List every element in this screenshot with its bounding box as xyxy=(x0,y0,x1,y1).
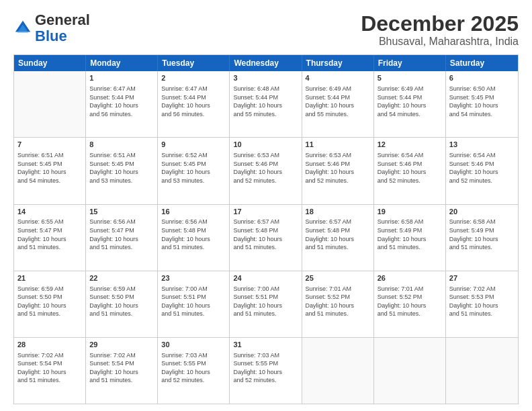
day-number: 16 xyxy=(161,207,226,217)
logo-icon xyxy=(13,19,32,38)
cell-text: Sunrise: 6:59 AM Sunset: 5:50 PM Dayligh… xyxy=(17,285,82,318)
calendar-cell: 21Sunrise: 6:59 AM Sunset: 5:50 PM Dayli… xyxy=(14,271,86,337)
calendar-cell: 13Sunrise: 6:54 AM Sunset: 5:46 PM Dayli… xyxy=(446,138,518,203)
day-number: 2 xyxy=(161,73,226,83)
cell-text: Sunrise: 6:49 AM Sunset: 5:44 PM Dayligh… xyxy=(306,85,370,118)
cell-text: Sunrise: 6:57 AM Sunset: 5:48 PM Dayligh… xyxy=(306,218,370,251)
calendar-cell: 18Sunrise: 6:57 AM Sunset: 5:48 PM Dayli… xyxy=(302,205,374,271)
calendar-cell: 7Sunrise: 6:51 AM Sunset: 5:45 PM Daylig… xyxy=(14,138,86,203)
calendar-body: 1Sunrise: 6:47 AM Sunset: 5:44 PM Daylig… xyxy=(14,71,518,404)
day-number: 24 xyxy=(233,273,298,283)
calendar-cell xyxy=(446,338,518,404)
cell-text: Sunrise: 7:00 AM Sunset: 5:51 PM Dayligh… xyxy=(161,285,226,318)
day-number: 20 xyxy=(449,207,515,217)
day-number: 12 xyxy=(378,140,442,150)
day-number: 28 xyxy=(17,340,82,350)
cell-text: Sunrise: 6:58 AM Sunset: 5:49 PM Dayligh… xyxy=(449,218,515,251)
day-number: 21 xyxy=(17,273,82,283)
calendar-cell: 17Sunrise: 6:57 AM Sunset: 5:48 PM Dayli… xyxy=(230,205,302,271)
page: General Blue December 2025 Bhusaval, Mah… xyxy=(0,0,532,411)
calendar-cell: 5Sunrise: 6:49 AM Sunset: 5:44 PM Daylig… xyxy=(374,71,446,137)
calendar-cell: 15Sunrise: 6:56 AM Sunset: 5:47 PM Dayli… xyxy=(86,205,158,271)
cell-text: Sunrise: 6:47 AM Sunset: 5:44 PM Dayligh… xyxy=(161,85,226,118)
calendar-cell: 27Sunrise: 7:02 AM Sunset: 5:53 PM Dayli… xyxy=(446,271,518,337)
cell-text: Sunrise: 6:48 AM Sunset: 5:44 PM Dayligh… xyxy=(233,85,298,118)
day-number: 5 xyxy=(378,73,442,83)
day-number: 17 xyxy=(233,207,298,217)
calendar-cell: 22Sunrise: 6:59 AM Sunset: 5:50 PM Dayli… xyxy=(86,271,158,337)
calendar-cell: 11Sunrise: 6:53 AM Sunset: 5:46 PM Dayli… xyxy=(302,138,374,203)
title-block: December 2025 Bhusaval, Maharashtra, Ind… xyxy=(361,12,519,48)
header-day: Tuesday xyxy=(158,55,230,71)
calendar-cell: 26Sunrise: 7:01 AM Sunset: 5:52 PM Dayli… xyxy=(374,271,446,337)
calendar-row: 14Sunrise: 6:55 AM Sunset: 5:47 PM Dayli… xyxy=(14,205,518,271)
day-number: 13 xyxy=(449,140,515,150)
cell-text: Sunrise: 6:47 AM Sunset: 5:44 PM Dayligh… xyxy=(89,85,154,118)
day-number: 3 xyxy=(233,73,298,83)
cell-text: Sunrise: 7:00 AM Sunset: 5:51 PM Dayligh… xyxy=(233,285,298,318)
calendar-cell: 19Sunrise: 6:58 AM Sunset: 5:49 PM Dayli… xyxy=(374,205,446,271)
calendar-row: 1Sunrise: 6:47 AM Sunset: 5:44 PM Daylig… xyxy=(14,71,518,138)
calendar-cell: 29Sunrise: 7:02 AM Sunset: 5:54 PM Dayli… xyxy=(86,338,158,404)
calendar-cell: 20Sunrise: 6:58 AM Sunset: 5:49 PM Dayli… xyxy=(446,205,518,271)
header-day: Thursday xyxy=(302,55,374,71)
day-number: 29 xyxy=(89,340,154,350)
cell-text: Sunrise: 6:52 AM Sunset: 5:45 PM Dayligh… xyxy=(161,151,226,185)
cell-text: Sunrise: 7:01 AM Sunset: 5:52 PM Dayligh… xyxy=(306,285,370,318)
cell-text: Sunrise: 6:51 AM Sunset: 5:45 PM Dayligh… xyxy=(17,151,82,185)
day-number: 9 xyxy=(161,140,226,150)
day-number: 27 xyxy=(449,273,515,283)
cell-text: Sunrise: 6:58 AM Sunset: 5:49 PM Dayligh… xyxy=(378,218,442,251)
calendar-cell: 30Sunrise: 7:03 AM Sunset: 5:55 PM Dayli… xyxy=(158,338,230,404)
calendar-cell: 16Sunrise: 6:56 AM Sunset: 5:48 PM Dayli… xyxy=(158,205,230,271)
calendar-cell: 12Sunrise: 6:54 AM Sunset: 5:46 PM Dayli… xyxy=(374,138,446,203)
header-day: Monday xyxy=(86,55,158,71)
calendar-cell: 28Sunrise: 7:02 AM Sunset: 5:54 PM Dayli… xyxy=(14,338,86,404)
calendar: SundayMondayTuesdayWednesdayThursdayFrid… xyxy=(13,54,519,404)
cell-text: Sunrise: 6:49 AM Sunset: 5:44 PM Dayligh… xyxy=(378,85,442,118)
header-day: Wednesday xyxy=(230,55,302,71)
header: General Blue December 2025 Bhusaval, Mah… xyxy=(13,12,519,48)
header-day: Saturday xyxy=(446,55,518,71)
day-number: 19 xyxy=(378,207,442,217)
calendar-cell: 6Sunrise: 6:50 AM Sunset: 5:45 PM Daylig… xyxy=(446,71,518,137)
calendar-row: 21Sunrise: 6:59 AM Sunset: 5:50 PM Dayli… xyxy=(14,271,518,338)
cell-text: Sunrise: 7:02 AM Sunset: 5:53 PM Dayligh… xyxy=(449,285,515,318)
cell-text: Sunrise: 6:54 AM Sunset: 5:46 PM Dayligh… xyxy=(378,151,442,185)
cell-text: Sunrise: 6:57 AM Sunset: 5:48 PM Dayligh… xyxy=(233,218,298,251)
calendar-cell: 25Sunrise: 7:01 AM Sunset: 5:52 PM Dayli… xyxy=(302,271,374,337)
day-number: 11 xyxy=(306,140,370,150)
calendar-row: 28Sunrise: 7:02 AM Sunset: 5:54 PM Dayli… xyxy=(14,338,518,404)
calendar-cell: 4Sunrise: 6:49 AM Sunset: 5:44 PM Daylig… xyxy=(302,71,374,137)
calendar-cell xyxy=(374,338,446,404)
day-number: 15 xyxy=(89,207,154,217)
cell-text: Sunrise: 6:53 AM Sunset: 5:46 PM Dayligh… xyxy=(306,151,370,185)
cell-text: Sunrise: 7:01 AM Sunset: 5:52 PM Dayligh… xyxy=(378,285,442,318)
day-number: 1 xyxy=(89,73,154,83)
header-day: Sunday xyxy=(14,55,86,71)
cell-text: Sunrise: 6:56 AM Sunset: 5:47 PM Dayligh… xyxy=(89,218,154,251)
cell-text: Sunrise: 6:56 AM Sunset: 5:48 PM Dayligh… xyxy=(161,218,226,251)
calendar-cell: 10Sunrise: 6:53 AM Sunset: 5:46 PM Dayli… xyxy=(230,138,302,203)
calendar-cell xyxy=(302,338,374,404)
calendar-cell: 2Sunrise: 6:47 AM Sunset: 5:44 PM Daylig… xyxy=(158,71,230,137)
logo-text: General Blue xyxy=(35,12,90,44)
cell-text: Sunrise: 6:55 AM Sunset: 5:47 PM Dayligh… xyxy=(17,218,82,251)
cell-text: Sunrise: 7:03 AM Sunset: 5:55 PM Dayligh… xyxy=(161,351,226,385)
day-number: 7 xyxy=(17,140,82,150)
cell-text: Sunrise: 6:54 AM Sunset: 5:46 PM Dayligh… xyxy=(449,151,515,185)
day-number: 8 xyxy=(89,140,154,150)
calendar-cell: 31Sunrise: 7:03 AM Sunset: 5:55 PM Dayli… xyxy=(230,338,302,404)
calendar-cell: 3Sunrise: 6:48 AM Sunset: 5:44 PM Daylig… xyxy=(230,71,302,137)
day-number: 26 xyxy=(378,273,442,283)
subtitle: Bhusaval, Maharashtra, India xyxy=(361,36,519,48)
cell-text: Sunrise: 7:02 AM Sunset: 5:54 PM Dayligh… xyxy=(17,351,82,385)
cell-text: Sunrise: 7:02 AM Sunset: 5:54 PM Dayligh… xyxy=(89,351,154,385)
calendar-cell: 24Sunrise: 7:00 AM Sunset: 5:51 PM Dayli… xyxy=(230,271,302,337)
cell-text: Sunrise: 6:51 AM Sunset: 5:45 PM Dayligh… xyxy=(89,151,154,185)
month-title: December 2025 xyxy=(361,12,519,36)
day-number: 22 xyxy=(89,273,154,283)
cell-text: Sunrise: 6:53 AM Sunset: 5:46 PM Dayligh… xyxy=(233,151,298,185)
calendar-cell: 23Sunrise: 7:00 AM Sunset: 5:51 PM Dayli… xyxy=(158,271,230,337)
calendar-cell: 1Sunrise: 6:47 AM Sunset: 5:44 PM Daylig… xyxy=(86,71,158,137)
